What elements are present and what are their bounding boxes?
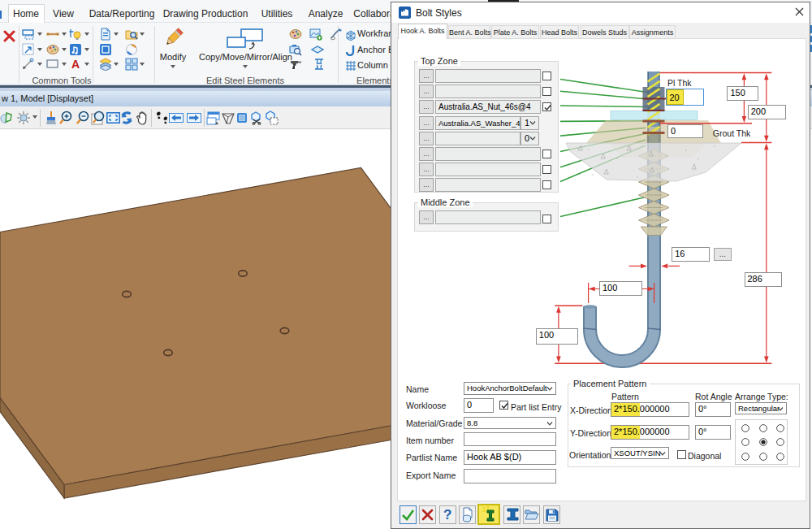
svg-text:A: A: [71, 58, 80, 71]
